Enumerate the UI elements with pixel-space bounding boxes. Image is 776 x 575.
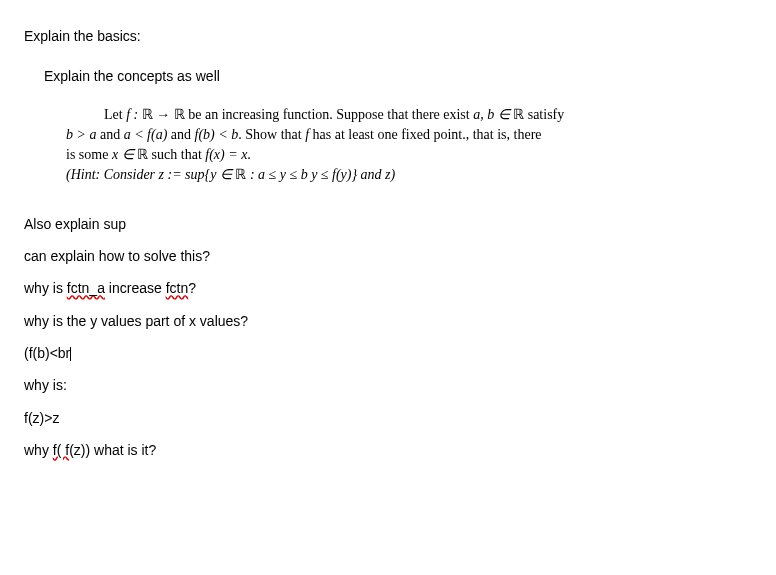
text: has at least one fixed point., that is, … bbox=[309, 127, 542, 142]
text: . bbox=[247, 147, 251, 162]
text: why is bbox=[24, 280, 67, 296]
text: why bbox=[24, 442, 53, 458]
text: and bbox=[167, 127, 194, 142]
section-title-1: Explain the basics: bbox=[24, 26, 752, 46]
text: : a ≤ y ≤ b y ≤ f(y)} bbox=[246, 167, 357, 182]
text: and bbox=[96, 127, 123, 142]
text: f(b) < b bbox=[195, 127, 239, 142]
hint-open: (Hint: Consider bbox=[66, 167, 159, 182]
text: f : bbox=[126, 107, 142, 122]
note-line: f(z)>z bbox=[24, 408, 752, 428]
text: b > a bbox=[66, 127, 96, 142]
note-line: why f( f(z)) what is it? bbox=[24, 440, 752, 460]
text: x ∈ bbox=[112, 147, 137, 162]
text: f(x) = x bbox=[205, 147, 247, 162]
text: Let bbox=[104, 107, 126, 122]
real-symbol: ℝ bbox=[235, 167, 246, 182]
user-notes[interactable]: Also explain sup can explain how to solv… bbox=[24, 214, 752, 460]
real-symbol: ℝ bbox=[137, 147, 148, 162]
text: a < f(a) bbox=[124, 127, 168, 142]
text: increase bbox=[105, 280, 166, 296]
note-line: why is: bbox=[24, 375, 752, 395]
spell-error: fctn_a bbox=[67, 280, 105, 296]
text: is some bbox=[66, 147, 112, 162]
spell-error: f( f bbox=[53, 442, 69, 458]
section-title-2: Explain the concepts as well bbox=[44, 66, 752, 86]
real-symbol: ℝ bbox=[142, 107, 153, 122]
text: → bbox=[153, 107, 174, 122]
text: (z)) what is it? bbox=[69, 442, 156, 458]
text: z := sup{y ∈ bbox=[159, 167, 236, 182]
real-symbol: ℝ bbox=[513, 107, 524, 122]
hint-close: ) bbox=[391, 167, 396, 182]
text: satisfy bbox=[524, 107, 564, 122]
note-line: why is fctn_a increase fctn? bbox=[24, 278, 752, 298]
note-line: Also explain sup bbox=[24, 214, 752, 234]
text: and bbox=[357, 167, 385, 182]
text: be an increasing function. Suppose that … bbox=[185, 107, 473, 122]
text: such that bbox=[148, 147, 205, 162]
note-line: can explain how to solve this? bbox=[24, 246, 752, 266]
text-cursor bbox=[70, 347, 71, 361]
note-line: (f(b)<br bbox=[24, 343, 752, 363]
text: . Show that bbox=[238, 127, 305, 142]
text: (f(b)<br bbox=[24, 345, 70, 361]
spell-error: fctn bbox=[166, 280, 189, 296]
real-symbol: ℝ bbox=[174, 107, 185, 122]
problem-statement: Let f : ℝ → ℝ be an increasing function.… bbox=[66, 105, 732, 186]
text: a, b ∈ bbox=[473, 107, 513, 122]
note-line: why is the y values part of x values? bbox=[24, 311, 752, 331]
text: ? bbox=[188, 280, 196, 296]
